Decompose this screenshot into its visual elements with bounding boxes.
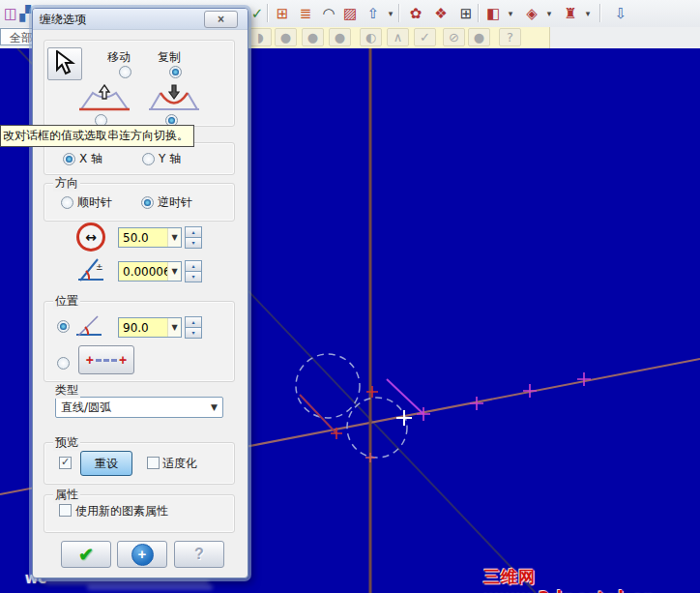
reset-button[interactable]: 重设 [80,451,132,476]
diameter-icon: ↔ [76,223,105,251]
endpoint-plus-icon: + [119,354,127,366]
endpoint-plus-icon: + [86,354,94,366]
position-label: 位置 [53,293,80,310]
diameter-field[interactable]: ▼ [118,227,182,248]
type-label: 类型 [53,382,80,399]
diameter-input[interactable] [119,231,167,245]
svg-text:±: ± [96,262,103,272]
type-dropdown[interactable]: 直线/圆弧 ▼ [55,397,223,418]
xform-translate-icon[interactable]: ◧ [483,3,503,24]
angle-tolerance-spinner[interactable]: ▴ ▾ [185,260,202,282]
position-angle-icon [74,312,103,340]
point-marker-red [366,386,378,398]
preview-checkbox[interactable] [59,457,72,469]
dropdown-caret-icon[interactable]: ▾ [505,3,516,24]
move-radio[interactable] [119,66,131,78]
toolbar-separator [398,4,400,22]
use-new-attributes-checkbox[interactable] [59,504,72,517]
dropdown-caret-icon[interactable]: ▾ [385,3,396,24]
y-axis-label: Y 轴 [159,151,181,167]
ghost-circle-icon[interactable]: ● [275,28,297,46]
ghost-circle-icon[interactable]: ● [468,28,490,46]
clockwise-radio[interactable] [61,196,73,209]
fillet-icon[interactable]: ❖ [431,3,451,24]
close-button[interactable]: × [204,11,238,28]
selected-segment-magenta [387,379,423,414]
sphere-icon[interactable]: ◐ [360,28,382,46]
spinner-up-button[interactable]: ▴ [185,260,202,271]
dialog-titlebar[interactable]: 缠绕选项 × [33,9,248,30]
apply-plus-icon: + [131,544,154,566]
ghost-shape-icon[interactable]: ◗ [249,28,272,46]
extrude-icon[interactable]: ⇧ [364,3,383,24]
preview-label: 预览 [53,434,80,451]
hatch-icon[interactable]: ▨ [340,3,360,24]
spinner-down-button[interactable]: ▾ [185,237,202,249]
angle-tolerance-input[interactable] [119,265,167,279]
ok-check-icon: ✔ [78,544,94,566]
help-question-icon: ? [194,546,204,563]
fit-checkbox[interactable] [147,457,160,469]
lines-create-icon[interactable]: ≣ [296,3,315,24]
copy-label: 复制 [158,49,181,66]
help-icon[interactable]: ? [499,28,521,46]
dropdown-caret-icon[interactable]: ▾ [582,3,594,24]
copy-radio[interactable] [169,66,182,78]
combo-caret-icon[interactable]: ▼ [167,262,181,281]
combo-caret-icon[interactable]: ▼ [167,228,181,247]
ghost-circle-icon[interactable]: ● [302,28,324,46]
type-dropdown-value: 直线/圆弧 [56,400,206,416]
toolbar-separator [599,4,601,22]
x-axis-radio[interactable] [63,153,75,165]
unwrap-down-icon [146,84,202,113]
mastercam-app-window: 三维网www.3dportal.cn WC ◫ ▞ ✓ ⊞ ≣ ◠ ▨ ⇧ ▾ … [0,0,700,593]
spinner-down-button[interactable]: ▾ [185,327,202,339]
angle-tolerance-icon: ± [76,256,105,283]
spinner-down-button[interactable]: ▾ [185,271,202,282]
apply-button[interactable]: + [117,541,167,568]
ghost-circle-icon[interactable]: ● [329,28,351,46]
point-marker-magenta [523,384,537,398]
ok-button[interactable]: ✔ [61,541,111,568]
wrap-options-dialog: 缠绕选项 × 移动 复制 [32,8,248,578]
undo-arrow-icon[interactable]: ∧ [387,28,409,46]
arc-create-icon[interactable]: ◠ [319,3,338,24]
chain-direction-tooltip: 改对话框的值或选取串连方向切换。 [0,125,194,147]
watermark-text: 三维网www.3dportal.cn [483,566,700,593]
diameter-spinner[interactable]: ▴ ▾ [185,226,202,249]
cursor-arrow-icon [53,50,76,75]
cursor-cross-marker [396,410,412,426]
angle-tolerance-field[interactable]: ▼ [118,261,182,282]
x-axis-label: X 轴 [79,151,102,167]
import-icon[interactable]: ⇩ [611,3,630,24]
position-angle-field[interactable]: ▼ [118,317,182,338]
no-entity-icon[interactable]: ⊘ [443,28,465,46]
trim-break-icon[interactable]: ✿ [406,3,425,24]
dialog-body: 移动 复制 [33,30,248,578]
counterclockwise-radio[interactable] [141,196,154,209]
position-angle-input[interactable] [119,321,167,335]
point-marker-magenta [577,372,591,386]
position-angle-spinner[interactable]: ▴ ▾ [185,316,202,339]
combo-caret-icon[interactable]: ▼ [167,318,181,337]
position-angle-radio[interactable] [57,320,70,333]
position-endpoints-radio[interactable] [57,357,70,370]
left-right-arrow-icon: ↔ [85,228,97,246]
spinner-up-button[interactable]: ▴ [185,316,202,327]
help-button[interactable]: ? [174,541,224,568]
combo-caret-icon: ▼ [206,402,222,412]
verify-check-icon[interactable]: ✓ [248,3,267,24]
position-groupbox [44,301,235,382]
y-axis-radio[interactable] [142,153,155,165]
reselect-button[interactable] [47,47,82,80]
apply-check-icon[interactable]: ✓ [414,28,436,46]
grid-create-icon[interactable]: ⊞ [273,3,292,24]
spinner-up-button[interactable]: ▴ [185,226,202,237]
pick-endpoints-button[interactable]: + + [78,345,134,374]
direction-label: 方向 [53,175,80,192]
analyze-icon[interactable]: ♜ [561,3,580,24]
xform-rotate-icon[interactable]: ◈ [522,3,541,24]
grid-modify-icon[interactable]: ⊞ [456,3,476,24]
use-new-attributes-label: 使用新的图素属性 [75,503,168,519]
dropdown-caret-icon[interactable]: ▾ [543,3,555,24]
